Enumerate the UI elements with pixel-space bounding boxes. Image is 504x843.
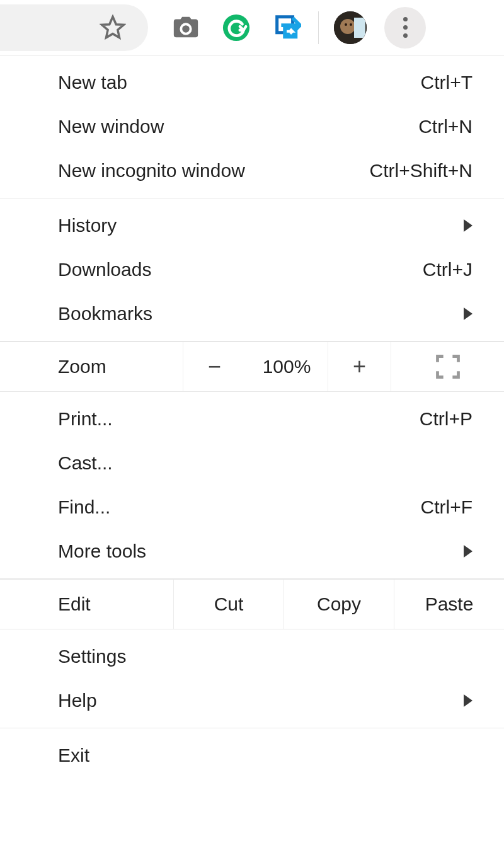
menu-item-label: Find...	[58, 496, 421, 518]
svg-point-7	[350, 23, 352, 26]
export-icon[interactable]	[270, 11, 303, 44]
submenu-arrow-icon	[464, 219, 472, 232]
menu-item-label: New incognito window	[58, 160, 370, 181]
menu-item-exit[interactable]: Exit	[0, 733, 504, 777]
menu-item-shortcut: Ctrl+N	[418, 116, 472, 137]
menu-item-shortcut: Ctrl+P	[420, 408, 472, 430]
zoom-value: 100%	[246, 342, 328, 391]
menu-item-shortcut: Ctrl+F	[421, 496, 473, 518]
browser-toolbar	[0, 0, 504, 55]
menu-item-label: Downloads	[58, 259, 423, 280]
camera-icon[interactable]	[169, 11, 202, 44]
menu-item-print[interactable]: Print... Ctrl+P	[0, 397, 504, 441]
menu-zoom-row: Zoom − 100% +	[0, 341, 504, 392]
menu-item-find[interactable]: Find... Ctrl+F	[0, 485, 504, 529]
menu-item-label: Help	[58, 690, 459, 711]
menu-section-history: History Downloads Ctrl+J Bookmarks	[0, 198, 504, 341]
menu-item-new-window[interactable]: New window Ctrl+N	[0, 105, 504, 149]
menu-item-label: Bookmarks	[58, 303, 459, 324]
menu-item-label: History	[58, 215, 459, 236]
svg-marker-0	[102, 16, 124, 37]
zoom-in-button[interactable]: +	[328, 342, 391, 391]
svg-point-6	[345, 23, 347, 26]
menu-item-new-tab[interactable]: New tab Ctrl+T	[0, 60, 504, 105]
more-icon	[403, 15, 408, 40]
zoom-label: Zoom	[0, 342, 183, 391]
star-icon[interactable]	[96, 11, 129, 44]
menu-item-downloads[interactable]: Downloads Ctrl+J	[0, 248, 504, 292]
fullscreen-button[interactable]	[391, 342, 504, 391]
zoom-out-button[interactable]: −	[183, 342, 246, 391]
submenu-arrow-icon	[464, 307, 472, 320]
menu-item-label: New window	[58, 116, 418, 137]
menu-item-more-tools[interactable]: More tools	[0, 529, 504, 573]
menu-item-help[interactable]: Help	[0, 679, 504, 723]
more-menu-button[interactable]	[384, 7, 426, 49]
submenu-arrow-icon	[464, 545, 472, 558]
menu-section-new: New tab Ctrl+T New window Ctrl+N New inc…	[0, 55, 504, 198]
menu-item-label: Cast...	[58, 452, 472, 474]
edit-copy-button[interactable]: Copy	[284, 580, 394, 629]
menu-item-settings[interactable]: Settings	[0, 634, 504, 679]
menu-item-history[interactable]: History	[0, 204, 504, 248]
menu-section-tools: Print... Ctrl+P Cast... Find... Ctrl+F M…	[0, 392, 504, 579]
address-bar-end	[0, 4, 148, 51]
menu-section-exit: Exit	[0, 728, 504, 783]
menu-item-label: Settings	[58, 646, 472, 667]
menu-item-label: More tools	[58, 541, 459, 562]
menu-section-settings: Settings Help	[0, 629, 504, 728]
menu-item-shortcut: Ctrl+J	[423, 259, 472, 280]
edit-label: Edit	[0, 580, 173, 629]
menu-item-label: New tab	[58, 72, 421, 93]
menu-item-label: Print...	[58, 408, 420, 430]
menu-item-bookmarks[interactable]: Bookmarks	[0, 292, 504, 336]
menu-item-shortcut: Ctrl+Shift+N	[370, 160, 472, 181]
svg-rect-5	[354, 18, 365, 38]
grammarly-icon[interactable]	[220, 11, 253, 44]
menu-item-cast[interactable]: Cast...	[0, 441, 504, 485]
edit-paste-button[interactable]: Paste	[394, 580, 504, 629]
menu-item-new-incognito[interactable]: New incognito window Ctrl+Shift+N	[0, 149, 504, 193]
menu-edit-row: Edit Cut Copy Paste	[0, 579, 504, 629]
chrome-main-menu: New tab Ctrl+T New window Ctrl+N New inc…	[0, 55, 504, 783]
svg-point-4	[340, 19, 355, 34]
toolbar-separator	[318, 11, 319, 44]
edit-cut-button[interactable]: Cut	[173, 580, 284, 629]
menu-item-shortcut: Ctrl+T	[421, 72, 473, 93]
menu-item-label: Exit	[58, 745, 472, 766]
submenu-arrow-icon	[464, 694, 472, 707]
profile-avatar[interactable]	[334, 11, 367, 44]
